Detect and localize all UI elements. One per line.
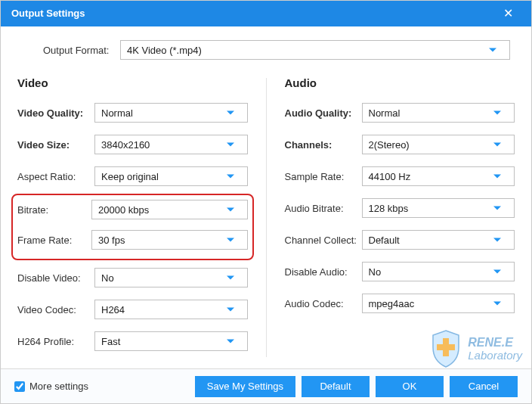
video-size-value: 3840x2160 [95, 139, 156, 151]
svg-marker-13 [493, 238, 501, 242]
svg-marker-9 [493, 111, 501, 115]
close-icon[interactable]: ✕ [495, 1, 521, 26]
audio-quality-select[interactable]: Normal [362, 103, 515, 123]
columns: Video Video Quality: Normal Video Size: … [17, 73, 515, 362]
content-area: Output Format: 4K Video (*.mp4) Video Vi… [1, 26, 531, 362]
output-format-label: Output Format: [43, 45, 120, 56]
sample-rate-label: Sample Rate: [285, 171, 362, 182]
disable-audio-row: Disable Audio: No [285, 260, 515, 283]
audio-bitrate-label: Audio Bitrate: [285, 203, 362, 214]
video-size-row: Video Size: 3840x2160 [17, 133, 248, 156]
svg-marker-2 [227, 143, 234, 147]
channel-collect-value: Default [363, 235, 406, 246]
more-settings-check-input[interactable] [14, 381, 25, 392]
title-text: Output Settings [11, 1, 85, 26]
audio-quality-value: Normal [363, 107, 407, 119]
video-codec-value: H264 [95, 304, 131, 315]
h264-profile-row: H264 Profile: Fast [17, 330, 248, 353]
frame-rate-row: Frame Rate: 30 fps [17, 228, 248, 251]
svg-marker-15 [493, 302, 501, 306]
channels-row: Channels: 2(Stereo) [285, 133, 515, 156]
video-codec-label: Video Codec: [17, 304, 94, 315]
default-button[interactable]: Default [302, 376, 370, 397]
channels-label: Channels: [285, 139, 362, 151]
more-settings-checkbox[interactable]: More settings [14, 381, 189, 392]
aspect-ratio-row: Aspect Ratio: Keep original [17, 165, 248, 188]
svg-marker-10 [493, 143, 501, 147]
svg-marker-14 [493, 270, 501, 274]
disable-audio-select[interactable]: No [362, 262, 515, 281]
aspect-ratio-select[interactable]: Keep original [94, 166, 248, 186]
svg-marker-6 [227, 276, 234, 280]
svg-marker-8 [227, 340, 234, 343]
svg-rect-17 [437, 344, 455, 350]
h264-profile-value: Fast [95, 336, 126, 347]
video-codec-select[interactable]: H264 [94, 300, 248, 319]
audio-codec-select[interactable]: mpeg4aac [362, 294, 515, 313]
save-my-settings-button[interactable]: Save My Settings [195, 376, 295, 397]
audio-bitrate-row: Audio Bitrate: 128 kbps [285, 197, 515, 219]
channel-collect-select[interactable]: Default [362, 230, 515, 250]
disable-audio-label: Disable Audio: [285, 266, 362, 278]
disable-audio-value: No [363, 266, 388, 278]
svg-marker-1 [227, 111, 234, 115]
sample-rate-select[interactable]: 44100 Hz [362, 166, 515, 186]
sample-rate-row: Sample Rate: 44100 Hz [285, 165, 515, 188]
video-heading: Video [17, 76, 248, 89]
chevron-down-icon [220, 174, 241, 179]
channel-collect-label: Channel Collect: [285, 235, 362, 246]
chevron-down-icon [487, 238, 508, 243]
video-quality-select[interactable]: Normal [94, 103, 248, 123]
chevron-down-icon [220, 142, 241, 148]
disable-video-select[interactable]: No [94, 268, 248, 287]
h264-profile-select[interactable]: Fast [94, 331, 248, 351]
audio-bitrate-select[interactable]: 128 kbps [362, 198, 515, 218]
disable-video-label: Disable Video: [17, 272, 94, 284]
ok-button[interactable]: OK [376, 376, 444, 397]
shield-icon [430, 329, 462, 368]
video-size-select[interactable]: 3840x2160 [94, 135, 248, 154]
more-settings-label: More settings [29, 381, 88, 392]
channels-select[interactable]: 2(Stereo) [362, 135, 515, 154]
watermark: RENE.E Laboratory [430, 329, 522, 368]
cancel-button[interactable]: Cancel [450, 376, 518, 397]
channel-collect-row: Channel Collect: Default [285, 228, 515, 251]
chevron-down-icon [220, 307, 241, 312]
channels-value: 2(Stereo) [363, 139, 416, 151]
frame-rate-select[interactable]: 30 fps [91, 230, 248, 250]
output-format-select[interactable]: 4K Video (*.mp4) [120, 40, 510, 60]
disable-video-value: No [95, 272, 120, 284]
video-quality-row: Video Quality: Normal [17, 101, 248, 124]
video-codec-row: Video Codec: H264 [17, 298, 248, 321]
chevron-down-icon [220, 339, 241, 344]
disable-video-row: Disable Video: No [17, 266, 248, 289]
chevron-down-icon [487, 110, 508, 116]
aspect-ratio-label: Aspect Ratio: [17, 171, 94, 182]
chevron-down-icon [220, 207, 241, 213]
svg-marker-11 [493, 175, 501, 179]
sample-rate-value: 44100 Hz [363, 171, 417, 182]
video-quality-value: Normal [95, 107, 139, 119]
audio-quality-label: Audio Quality: [285, 107, 362, 119]
svg-marker-4 [227, 208, 234, 212]
svg-marker-0 [489, 48, 496, 52]
video-bitrate-label: Bitrate: [17, 204, 91, 216]
chevron-down-icon [220, 275, 241, 281]
audio-quality-row: Audio Quality: Normal [285, 101, 515, 124]
video-bitrate-value: 20000 kbps [92, 204, 155, 216]
chevron-down-icon [487, 142, 508, 148]
audio-heading: Audio [285, 76, 515, 89]
chevron-down-icon [220, 110, 241, 116]
svg-marker-7 [227, 308, 234, 312]
footer: More settings Save My Settings Default O… [1, 368, 531, 403]
frame-rate-label: Frame Rate: [17, 235, 91, 246]
video-bitrate-select[interactable]: 20000 kbps [91, 200, 248, 219]
titlebar: Output Settings ✕ [1, 1, 531, 26]
svg-marker-5 [227, 238, 234, 242]
frame-rate-value: 30 fps [92, 235, 131, 246]
audio-codec-value: mpeg4aac [363, 298, 421, 309]
svg-marker-12 [493, 207, 501, 210]
aspect-ratio-value: Keep original [95, 171, 165, 182]
output-format-row: Output Format: 4K Video (*.mp4) [17, 40, 515, 60]
audio-codec-row: Audio Codec: mpeg4aac [285, 292, 515, 315]
